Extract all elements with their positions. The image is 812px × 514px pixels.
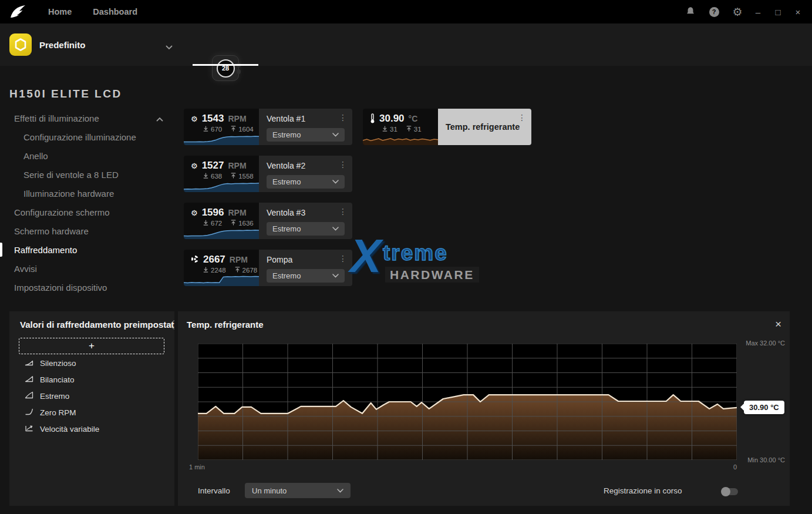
stat-value: 1527 [202,160,224,172]
card-temp-refrigerante: 30.90°C3131Temp. refrigerante⋮ [363,109,531,145]
sidebar-item-avvisi[interactable]: Avvisi [0,259,176,278]
temp-chart [198,344,737,460]
recording-label: Registrazione in corso [604,486,682,495]
sidebar-item-anello[interactable]: Anello [0,146,176,165]
sidebar-item-serie-di-ventole-a-8-led[interactable]: Serie di ventole a 8 LED [0,165,176,184]
card-ventola-3: ⚙1596RPM6721636Ventola #3⋮Estremo [184,203,352,239]
device-tab-h150i[interactable]: 28 [212,55,239,81]
settings-gear-icon[interactable]: ⚙ [730,5,745,18]
chart-x-start-label: 1 min [189,463,205,471]
preset-label: Velocità variabile [40,425,99,434]
preset-dropdown[interactable]: Estremo [267,128,345,142]
stat-value: 1543 [202,113,224,125]
chevron-down-icon [332,133,339,137]
preset-dropdown-value: Estremo [272,130,301,139]
sidebar-item-effetti-di-illuminazione[interactable]: Effetti di illuminazione [0,109,176,127]
sparkline-chart [184,271,259,286]
window-maximize-button[interactable]: □ [771,7,785,17]
device-lcd-screen: 28 [217,59,235,78]
interval-dropdown[interactable]: Un minuto [245,483,351,498]
sidebar-nav: Effetti di illuminazioneConfigurazione i… [0,109,176,297]
page-title: H150I ELITE LCD [9,88,122,100]
sidebar-item-label: Configurazione illuminazione [23,132,136,142]
preset-dropdown[interactable]: Estremo [267,175,345,189]
preset-silenzioso[interactable]: Silenzioso [25,355,170,371]
plus-icon: + [89,340,95,352]
preset-label: Zero RPM [40,408,76,417]
preset-velocit-variabile[interactable]: Velocità variabile [25,421,170,437]
preset-dropdown-value: Estremo [272,177,301,186]
notifications-bell-icon[interactable] [683,6,698,18]
window-close-button[interactable]: × [791,7,805,17]
help-icon[interactable]: ? [706,7,722,17]
sidebar-item-label: Serie di ventole a 8 LED [23,170,119,180]
watermark-x: X [350,233,381,280]
sidebar-item-impostazioni-dispositivo[interactable]: Impostazioni dispositivo [0,278,176,297]
profile-selector[interactable]: Predefinito [9,33,85,56]
chevron-down-icon [337,489,343,493]
kebab-menu-icon[interactable]: ⋮ [339,254,347,263]
profile-chevron-down-icon[interactable] [166,42,173,52]
kebab-menu-icon[interactable]: ⋮ [339,113,347,122]
recording-toggle[interactable] [722,488,738,495]
card-meta-tile: Ventola #1⋮Estremo [259,109,352,145]
interval-label: Intervallo [198,486,230,495]
stat-value: 2667 [203,254,225,266]
sidebar-item-configurazione-schermo[interactable]: Configurazione schermo [0,203,176,221]
title-bar: Home Dashboard ? ⚙ – □ × [0,0,812,23]
card-stat-tile: ⚙1543RPM6701604 [184,109,259,145]
chevron-down-icon [332,274,339,278]
card-meta-tile: Pompa⋮Estremo [259,250,352,286]
stat-value: 30.90 [379,113,405,125]
menu-dashboard[interactable]: Dashboard [93,7,137,16]
preset-dropdown[interactable]: Estremo [267,269,345,283]
watermark-hardware: HARDWARE [385,267,479,283]
sidebar-item-schermo-hardware[interactable]: Schermo hardware [0,221,176,240]
active-tab-underline [193,64,258,66]
stat-unit: RPM [228,208,246,217]
kebab-menu-icon[interactable]: ⋮ [518,113,526,122]
chart-x-end-label: 0 [726,463,737,471]
xtreme-hardware-watermark: X treme HARDWARE [350,238,479,288]
menu-home[interactable]: Home [48,7,72,16]
sidebar-item-label: Effetti di illuminazione [14,113,99,123]
chart-max-label: Max 32.00 °C [746,340,785,347]
curve-extreme-icon [25,391,33,401]
stat-unit: °C [409,114,418,123]
card-ventola-1: ⚙1543RPM6701604Ventola #1⋮Estremo [184,109,352,145]
sparkline-chart [184,224,259,239]
sidebar-item-label: Schermo hardware [14,226,89,236]
sidebar-item-illuminazione-hardware[interactable]: Illuminazione hardware [0,184,176,203]
presets-panel-title: Valori di raffreddamento preimpostati [20,320,174,330]
card-title: Temp. refrigerante [446,122,520,132]
chevron-down-icon [332,180,339,184]
kebab-menu-icon[interactable]: ⋮ [339,207,347,216]
sidebar-item-label: Configurazione schermo [14,207,110,217]
preset-list: SilenziosoBilanciatoEstremoZero RPMVeloc… [25,355,170,437]
titlebar-actions: ? ⚙ – □ × [675,5,805,18]
sidebar-item-configurazione-illuminazione[interactable]: Configurazione illuminazione [0,127,176,146]
sidebar-item-raffreddamento[interactable]: Raffreddamento [0,240,176,259]
preset-dropdown[interactable]: Estremo [267,222,345,236]
preset-estremo[interactable]: Estremo [25,388,170,404]
profile-name: Predefinito [39,40,85,50]
preset-zero-rpm[interactable]: Zero RPM [25,404,170,421]
card-meta-tile[interactable]: Temp. refrigerante⋮ [438,109,531,145]
stat-readout: ⚙1527RPM [191,160,247,172]
sidebar-item-label: Illuminazione hardware [23,189,114,199]
stat-readout: 2667RPM [191,254,248,266]
interval-value: Un minuto [252,486,287,495]
card-stat-tile: ⚙1527RPM6381558 [184,156,259,192]
profile-hexagon-icon [9,33,32,56]
sidebar-item-label: Avvisi [14,264,37,274]
curve-balanced-icon [25,375,33,384]
add-preset-button[interactable]: + [19,338,164,354]
window-minimize-button[interactable]: – [751,7,765,17]
kebab-menu-icon[interactable]: ⋮ [339,160,347,169]
chevron-up-icon [156,113,163,123]
preset-bilanciato[interactable]: Bilanciato [25,371,170,388]
curve-variable-icon [25,424,33,434]
close-icon[interactable]: × [775,318,781,331]
cooling-presets-panel: Valori di raffreddamento preimpostati + … [9,311,174,506]
curve-zero-rpm-icon [25,408,33,417]
